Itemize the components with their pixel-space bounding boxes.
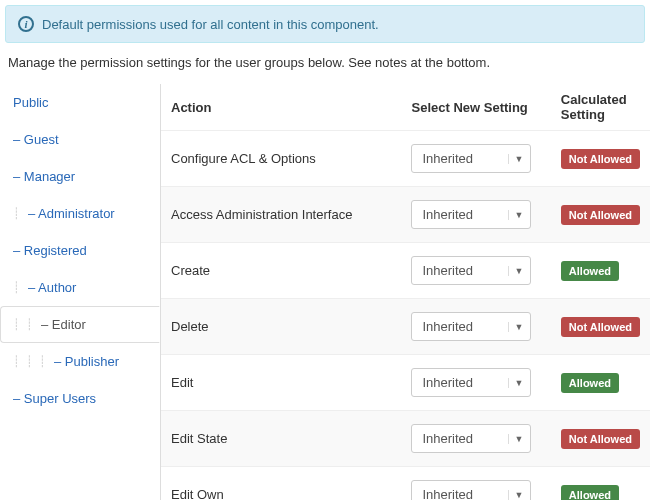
sidebar-item-label: – Publisher [54, 354, 119, 369]
setting-cell: Inherited▼ [401, 355, 550, 411]
action-cell: Edit [161, 355, 401, 411]
calculated-cell: Allowed [551, 355, 650, 411]
table-row: Configure ACL & OptionsInherited▼Not All… [161, 131, 650, 187]
status-badge: Not Allowed [561, 149, 640, 169]
sidebar-item[interactable]: – Registered [0, 232, 160, 269]
setting-select[interactable]: Inherited [411, 368, 531, 397]
info-banner-text: Default permissions used for all content… [42, 17, 379, 32]
calculated-cell: Not Allowed [551, 411, 650, 467]
calculated-cell: Allowed [551, 243, 650, 299]
sidebar-item-label: – Guest [13, 132, 59, 147]
sidebar-item-label: – Registered [13, 243, 87, 258]
status-badge: Allowed [561, 485, 619, 501]
action-cell: Delete [161, 299, 401, 355]
tree-indent: ┊ [13, 281, 26, 294]
action-cell: Edit Own [161, 467, 401, 501]
sidebar-item[interactable]: – Guest [0, 121, 160, 158]
col-setting: Select New Setting [401, 84, 550, 131]
tree-indent: ┊┊ [13, 318, 39, 331]
col-action: Action [161, 84, 401, 131]
calculated-cell: Not Allowed [551, 187, 650, 243]
status-badge: Not Allowed [561, 205, 640, 225]
instructions-text: Manage the permission settings for the u… [8, 55, 642, 70]
sidebar-item[interactable]: ┊┊– Editor [0, 306, 160, 343]
action-cell: Create [161, 243, 401, 299]
setting-cell: Inherited▼ [401, 467, 550, 501]
sidebar-item-label: – Manager [13, 169, 75, 184]
tree-indent: ┊┊┊ [13, 355, 52, 368]
setting-select[interactable]: Inherited [411, 256, 531, 285]
sidebar-item[interactable]: ┊– Administrator [0, 195, 160, 232]
calculated-cell: Allowed [551, 467, 650, 501]
table-row: Edit StateInherited▼Not Allowed [161, 411, 650, 467]
table-row: DeleteInherited▼Not Allowed [161, 299, 650, 355]
action-cell: Edit State [161, 411, 401, 467]
permissions-table: Action Select New Setting Calculated Set… [161, 84, 650, 500]
status-badge: Not Allowed [561, 429, 640, 449]
table-row: Access Administration InterfaceInherited… [161, 187, 650, 243]
status-badge: Allowed [561, 373, 619, 393]
setting-select[interactable]: Inherited [411, 200, 531, 229]
info-banner: i Default permissions used for all conte… [5, 5, 645, 43]
table-row: Edit OwnInherited▼Allowed [161, 467, 650, 501]
tree-indent: ┊ [13, 207, 26, 220]
setting-cell: Inherited▼ [401, 243, 550, 299]
sidebar-item[interactable]: – Manager [0, 158, 160, 195]
setting-cell: Inherited▼ [401, 131, 550, 187]
sidebar-item[interactable]: Public [0, 84, 160, 121]
table-row: CreateInherited▼Allowed [161, 243, 650, 299]
col-calculated: Calculated Setting [551, 84, 650, 131]
setting-select[interactable]: Inherited [411, 424, 531, 453]
table-row: EditInherited▼Allowed [161, 355, 650, 411]
action-cell: Access Administration Interface [161, 187, 401, 243]
sidebar-item[interactable]: – Super Users [0, 380, 160, 417]
sidebar-item-label: – Administrator [28, 206, 115, 221]
sidebar-item-label: Public [13, 95, 48, 110]
action-cell: Configure ACL & Options [161, 131, 401, 187]
status-badge: Not Allowed [561, 317, 640, 337]
sidebar-item[interactable]: ┊– Author [0, 269, 160, 306]
usergroup-sidebar: Public– Guest– Manager┊– Administrator– … [0, 84, 160, 500]
setting-select[interactable]: Inherited [411, 480, 531, 500]
setting-cell: Inherited▼ [401, 411, 550, 467]
info-icon: i [18, 16, 34, 32]
setting-select[interactable]: Inherited [411, 144, 531, 173]
calculated-cell: Not Allowed [551, 299, 650, 355]
sidebar-item-label: – Author [28, 280, 76, 295]
setting-cell: Inherited▼ [401, 187, 550, 243]
calculated-cell: Not Allowed [551, 131, 650, 187]
sidebar-item[interactable]: ┊┊┊– Publisher [0, 343, 160, 380]
sidebar-item-label: – Editor [41, 317, 86, 332]
setting-select[interactable]: Inherited [411, 312, 531, 341]
sidebar-item-label: – Super Users [13, 391, 96, 406]
setting-cell: Inherited▼ [401, 299, 550, 355]
status-badge: Allowed [561, 261, 619, 281]
